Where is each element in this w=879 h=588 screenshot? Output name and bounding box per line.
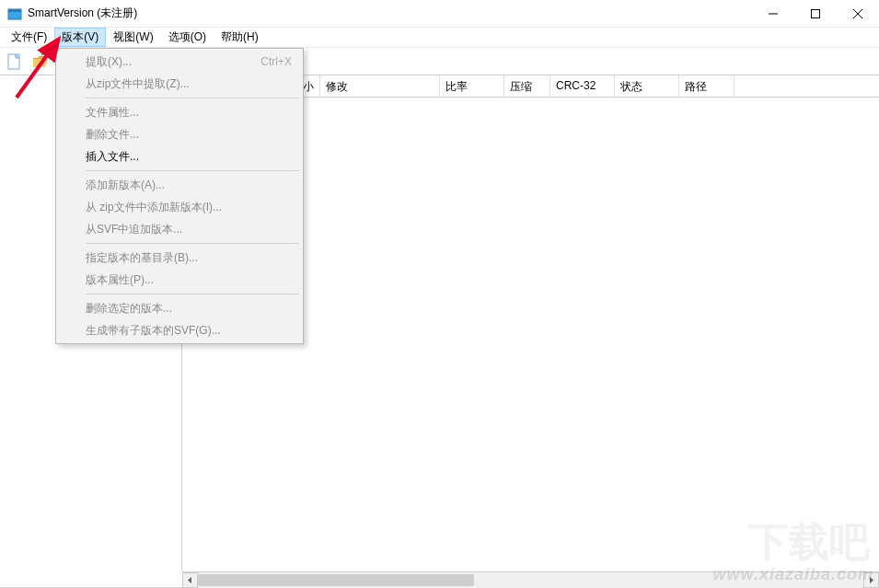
svg-rect-1: [8, 9, 21, 12]
menu-help[interactable]: 帮助(H): [214, 28, 266, 47]
menu-separator: [86, 294, 299, 294]
new-file-button[interactable]: [4, 51, 26, 73]
app-icon: [7, 6, 22, 21]
menu-separator: [86, 170, 299, 171]
horizontal-scrollbar[interactable]: [182, 571, 879, 587]
close-button[interactable]: [837, 0, 879, 27]
col-modified[interactable]: 修改: [320, 75, 440, 97]
maximize-button[interactable]: [794, 0, 837, 27]
menu-item-label: 删除选定的版本...: [86, 301, 172, 317]
menu-item-label: 从zip文件中提取(Z)...: [86, 76, 190, 92]
scroll-track[interactable]: [198, 572, 863, 588]
menu-item-label: 提取(X)...: [86, 54, 132, 70]
window-controls: [752, 0, 879, 27]
version-dropdown-menu: 提取(X)... Ctrl+X 从zip文件中提取(Z)... 文件属性... …: [55, 48, 304, 344]
menu-item-label: 从SVF中追加版本...: [86, 222, 182, 237]
col-ratio[interactable]: 比率: [440, 75, 504, 97]
menu-insert-file[interactable]: 插入文件...: [58, 145, 301, 167]
menu-extract[interactable]: 提取(X)... Ctrl+X: [58, 51, 301, 73]
menu-item-label: 生成带有子版本的SVF(G)...: [86, 323, 221, 339]
menu-file[interactable]: 文件(F): [4, 28, 54, 47]
minimize-button[interactable]: [752, 0, 794, 27]
menu-options[interactable]: 选项(O): [161, 28, 214, 47]
menu-item-label: 文件属性...: [86, 105, 139, 121]
menu-item-label: 版本属性(P)...: [86, 272, 154, 288]
titlebar: SmartVersion (未注册): [0, 0, 879, 28]
col-path[interactable]: 路径: [679, 75, 734, 97]
menu-base-dir[interactable]: 指定版本的基目录(B)...: [58, 247, 301, 269]
svg-marker-8: [188, 577, 191, 583]
menu-extract-zip[interactable]: 从zip文件中提取(Z)...: [58, 73, 301, 95]
col-crc32[interactable]: CRC-32: [550, 75, 615, 97]
menu-item-label: 指定版本的基目录(B)...: [86, 250, 198, 266]
window-title: SmartVersion (未注册): [28, 6, 752, 21]
menu-item-shortcut: Ctrl+X: [260, 55, 292, 68]
menu-version-props[interactable]: 版本属性(P)...: [58, 269, 301, 291]
menu-add-version[interactable]: 添加新版本(A)...: [58, 174, 301, 196]
menu-file-props[interactable]: 文件属性...: [58, 101, 301, 123]
menu-item-label: 从 zip文件中添加新版本(I)...: [86, 200, 222, 215]
menu-delete-version[interactable]: 删除选定的版本...: [58, 297, 301, 319]
menubar: 文件(F) 版本(V) 视图(W) 选项(O) 帮助(H): [0, 28, 879, 48]
menu-delete-file[interactable]: 删除文件...: [58, 123, 301, 145]
menu-add-version-zip[interactable]: 从 zip文件中添加新版本(I)...: [58, 196, 301, 218]
svg-rect-3: [812, 9, 820, 17]
scroll-right-button[interactable]: [863, 572, 879, 588]
menu-view[interactable]: 视图(W): [106, 28, 160, 47]
menu-item-label: 添加新版本(A)...: [86, 178, 165, 193]
open-folder-button[interactable]: [29, 51, 52, 73]
menu-append-svf[interactable]: 从SVF中追加版本...: [58, 218, 301, 240]
menu-item-label: 插入文件...: [86, 149, 139, 165]
col-status[interactable]: 状态: [615, 75, 679, 97]
scroll-thumb[interactable]: [198, 574, 474, 586]
scroll-left-button[interactable]: [182, 572, 198, 588]
menu-separator: [86, 98, 299, 98]
svg-marker-9: [870, 577, 873, 583]
menu-generate-svf[interactable]: 生成带有子版本的SVF(G)...: [58, 319, 301, 341]
menu-version[interactable]: 版本(V): [54, 28, 106, 47]
menu-separator: [86, 243, 299, 244]
col-packed[interactable]: 压缩: [504, 75, 550, 97]
menu-item-label: 删除文件...: [86, 127, 139, 143]
